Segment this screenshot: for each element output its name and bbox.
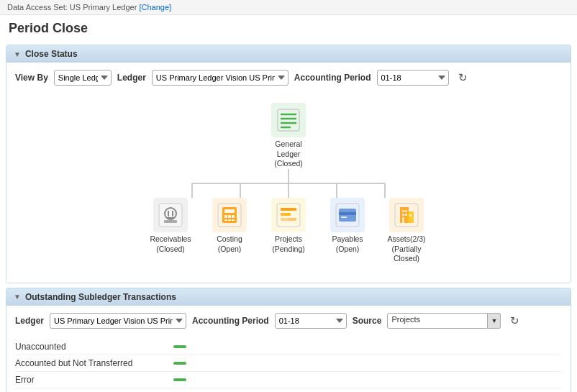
svg-rect-19 bbox=[228, 215, 231, 218]
outstanding-refresh-button[interactable]: ↻ bbox=[506, 313, 523, 329]
close-status-header: ▼ Close Status bbox=[6, 45, 571, 63]
transaction-row: Error bbox=[15, 372, 562, 388]
close-status-title: Close Status bbox=[25, 49, 78, 59]
connector-lines bbox=[166, 169, 411, 198]
transaction-row: Accounted but Not Transferred bbox=[15, 355, 562, 372]
close-status-filter-row: View By Single Ledger Ledger US Primary … bbox=[15, 70, 562, 86]
svg-rect-27 bbox=[285, 213, 291, 216]
collapse-triangle[interactable]: ▼ bbox=[14, 50, 21, 58]
ledger-select[interactable]: US Primary Ledger Vision US Primary Li bbox=[152, 70, 288, 86]
ledger-label: Ledger bbox=[117, 73, 146, 83]
source-dropdown-button[interactable]: ▼ bbox=[488, 313, 501, 329]
unaccounted-status bbox=[173, 345, 186, 348]
assets-icon bbox=[389, 198, 424, 232]
svg-rect-12 bbox=[159, 204, 182, 227]
sub-modules-row: Receivables(Closed) bbox=[145, 198, 432, 264]
outstanding-subledger-header: ▼ Outstanding Subledger Transactions bbox=[6, 288, 571, 306]
outstanding-accounting-period-label: Accounting Period bbox=[192, 316, 269, 326]
svg-rect-23 bbox=[232, 219, 235, 221]
svg-rect-18 bbox=[224, 215, 227, 218]
error-status bbox=[173, 378, 186, 381]
svg-rect-33 bbox=[341, 216, 347, 218]
svg-rect-38 bbox=[405, 210, 407, 212]
svg-rect-14 bbox=[164, 220, 177, 223]
outstanding-subledger-title: Outstanding Subledger Transactions bbox=[25, 292, 176, 302]
receivables-module[interactable]: Receivables(Closed) bbox=[145, 198, 196, 254]
outstanding-ledger-select[interactable]: US Primary Ledger Vision US Primary Li bbox=[50, 313, 186, 329]
svg-rect-41 bbox=[409, 214, 412, 216]
accounting-period-label: Accounting Period bbox=[294, 73, 371, 83]
source-select-display: Projects bbox=[387, 313, 488, 329]
outstanding-accounting-period-select[interactable]: 01-18 bbox=[275, 313, 347, 329]
outstanding-subledger-section: ▼ Outstanding Subledger Transactions Led… bbox=[6, 288, 571, 392]
outstanding-filter-row: Ledger US Primary Ledger Vision US Prima… bbox=[15, 313, 562, 329]
costing-module[interactable]: Costing(Open) bbox=[204, 198, 255, 254]
svg-rect-28 bbox=[281, 218, 288, 221]
change-link[interactable]: [Change] bbox=[139, 3, 171, 12]
transaction-row: Draft bbox=[15, 388, 562, 392]
assets-label: Assets(2/3)(Partially Closed) bbox=[381, 234, 432, 264]
gl-icon bbox=[271, 103, 306, 137]
payables-module[interactable]: Payables(Open) bbox=[322, 198, 373, 254]
projects-module[interactable]: Projects(Pending) bbox=[263, 198, 314, 254]
page-title: Period Close bbox=[0, 15, 577, 40]
close-status-body: View By Single Ledger Ledger US Primary … bbox=[6, 63, 571, 283]
svg-rect-29 bbox=[288, 218, 296, 221]
accounted-not-transferred-label: Accounted but Not Transferred bbox=[15, 358, 173, 368]
payables-label: Payables(Open) bbox=[332, 234, 363, 254]
svg-rect-36 bbox=[407, 211, 414, 223]
data-access-label: Data Access Set: bbox=[7, 3, 68, 12]
view-by-select[interactable]: Single Ledger bbox=[54, 70, 112, 86]
outstanding-subledger-body: Ledger US Primary Ledger Vision US Prima… bbox=[6, 306, 571, 392]
receivables-icon bbox=[153, 198, 188, 232]
svg-rect-42 bbox=[402, 217, 404, 223]
costing-label: Costing(Open) bbox=[217, 234, 242, 254]
gl-module[interactable]: General Ledger(Closed) bbox=[263, 103, 314, 169]
svg-rect-37 bbox=[402, 210, 404, 212]
svg-rect-39 bbox=[402, 214, 404, 216]
payables-icon bbox=[330, 198, 365, 232]
svg-rect-21 bbox=[224, 219, 227, 221]
transaction-row: Unaccounted bbox=[15, 339, 562, 355]
accounting-period-select[interactable]: 01-18 bbox=[377, 70, 449, 86]
gl-label: General Ledger(Closed) bbox=[263, 140, 314, 169]
svg-rect-40 bbox=[405, 214, 407, 216]
projects-icon bbox=[271, 198, 306, 232]
svg-rect-32 bbox=[339, 212, 356, 215]
data-access-ledger-name: US Primary Ledger bbox=[70, 3, 137, 12]
close-status-section: ▼ Close Status View By Single Ledger Led… bbox=[6, 45, 571, 283]
svg-rect-20 bbox=[232, 215, 235, 218]
unaccounted-label: Unaccounted bbox=[15, 342, 173, 352]
error-label: Error bbox=[15, 375, 173, 385]
accounted-not-transferred-status bbox=[173, 362, 186, 365]
svg-rect-17 bbox=[224, 209, 235, 213]
top-bar: Data Access Set: US Primary Ledger [Chan… bbox=[0, 0, 577, 15]
costing-icon bbox=[212, 198, 247, 232]
outstanding-source-label: Source bbox=[353, 316, 382, 326]
assets-module[interactable]: Assets(2/3)(Partially Closed) bbox=[381, 198, 432, 264]
outstanding-ledger-label: Ledger bbox=[15, 316, 44, 326]
transaction-list: Unaccounted Accounted but Not Transferre… bbox=[15, 339, 562, 392]
receivables-label: Receivables(Closed) bbox=[150, 234, 191, 254]
source-select-wrapper: Projects ▼ bbox=[387, 313, 501, 329]
svg-rect-25 bbox=[281, 208, 296, 211]
outstanding-collapse-triangle[interactable]: ▼ bbox=[14, 293, 21, 301]
projects-label: Projects(Pending) bbox=[272, 234, 305, 254]
module-hierarchy: General Ledger(Closed) bbox=[15, 96, 562, 275]
view-by-label: View By bbox=[15, 73, 48, 83]
refresh-button[interactable]: ↻ bbox=[455, 70, 471, 86]
svg-rect-22 bbox=[228, 219, 231, 221]
